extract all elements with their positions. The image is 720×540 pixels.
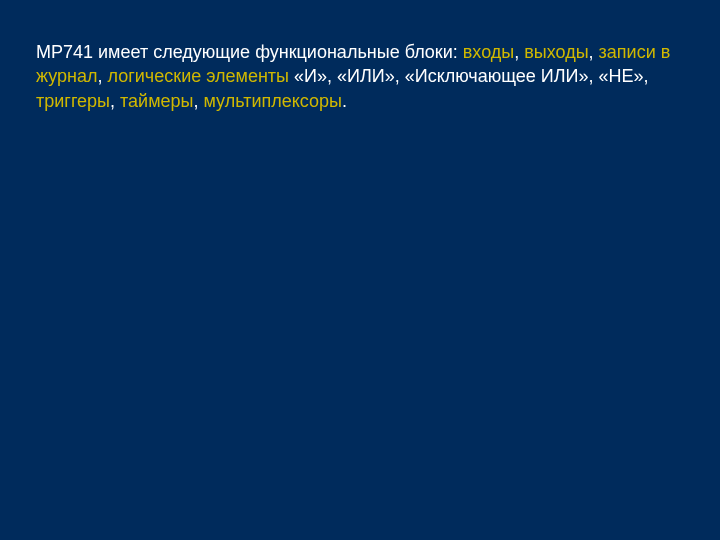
text-segment: .	[342, 91, 347, 111]
highlight-logic-elements: логические элементы	[108, 66, 289, 86]
text-segment: «И», «ИЛИ», «Исключающее ИЛИ», «НЕ»,	[289, 66, 649, 86]
slide-content: МР741 имеет следующие функциональные бло…	[0, 0, 720, 153]
text-segment: ,	[98, 66, 108, 86]
highlight-outputs: выходы	[524, 42, 588, 62]
text-segment: ,	[514, 42, 524, 62]
text-segment: МР741 имеет следующие функциональные бло…	[36, 42, 463, 62]
text-segment: ,	[193, 91, 203, 111]
highlight-inputs: входы	[463, 42, 514, 62]
body-paragraph: МР741 имеет следующие функциональные бло…	[36, 40, 684, 113]
highlight-triggers: триггеры	[36, 91, 110, 111]
highlight-multiplexers: мультиплексоры	[204, 91, 342, 111]
text-segment: ,	[110, 91, 120, 111]
text-segment: ,	[589, 42, 599, 62]
highlight-timers: таймеры	[120, 91, 193, 111]
